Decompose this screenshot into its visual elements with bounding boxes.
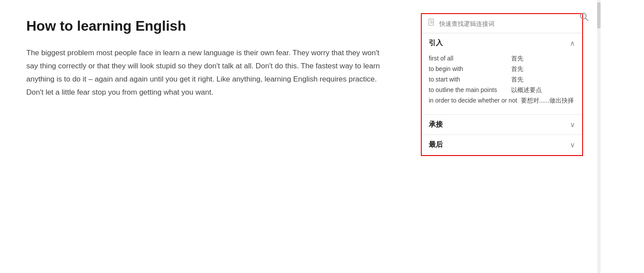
phrase-en: first of all (429, 55, 508, 62)
article-title: How to learning English (26, 18, 390, 34)
phrase-zh: 首先 (511, 55, 523, 63)
sections-container: 引入∧first of all首先to begin with首先to start… (422, 33, 582, 155)
phrase-row: to begin with首先 (429, 65, 575, 73)
phrase-row: in order to decide whether or not要想对....… (429, 97, 575, 105)
phrase-en: in order to decide whether or not (429, 97, 517, 104)
section-header-intro[interactable]: 引入∧ (422, 33, 582, 53)
phrase-zh: 以概述要点 (511, 86, 542, 94)
doc-icon (428, 18, 436, 28)
phrase-zh: 要想对......做出抉择 (521, 97, 574, 105)
phrase-row: to outline the main points以概述要点 (429, 86, 575, 94)
phrase-row: to start with首先 (429, 76, 575, 84)
global-search-button[interactable] (576, 9, 592, 25)
sidebar-area: 引入∧first of all首先to begin with首先to start… (416, 0, 601, 273)
section-conclusion: 最后∨ (422, 135, 582, 155)
section-header-conclusion[interactable]: 最后∨ (422, 135, 582, 155)
main-content: How to learning English The biggest prob… (0, 0, 416, 273)
phrase-zh: 首先 (511, 76, 523, 84)
article-body: The biggest problem most people face in … (26, 46, 390, 99)
chevron-up-icon: ∧ (570, 39, 575, 47)
section-intro: 引入∧first of all首先to begin with首先to start… (422, 33, 582, 115)
chevron-down-icon: ∨ (570, 141, 575, 149)
phrase-en: to start with (429, 76, 508, 83)
section-title-conclusion: 最后 (429, 140, 443, 149)
phrase-en: to outline the main points (429, 86, 508, 93)
chevron-down-icon: ∨ (570, 121, 575, 129)
scrollbar-track (597, 0, 601, 273)
section-header-transition[interactable]: 承接∨ (422, 115, 582, 135)
svg-rect-5 (430, 23, 433, 24)
svg-rect-3 (430, 20, 432, 21)
panel-search-bar[interactable] (422, 14, 582, 33)
scrollbar-thumb[interactable] (597, 2, 601, 28)
svg-line-1 (586, 18, 588, 21)
search-input[interactable] (439, 20, 576, 27)
phrase-zh: 首先 (511, 65, 523, 73)
section-title-transition: 承接 (429, 120, 443, 129)
svg-rect-4 (430, 21, 433, 22)
section-title-intro: 引入 (429, 39, 443, 48)
section-content-intro: first of all首先to begin with首先to start wi… (422, 53, 582, 114)
phrase-row: first of all首先 (429, 55, 575, 63)
section-transition: 承接∨ (422, 115, 582, 135)
phrase-en: to begin with (429, 65, 508, 72)
logic-connector-panel: 引入∧first of all首先to begin with首先to start… (421, 13, 583, 156)
